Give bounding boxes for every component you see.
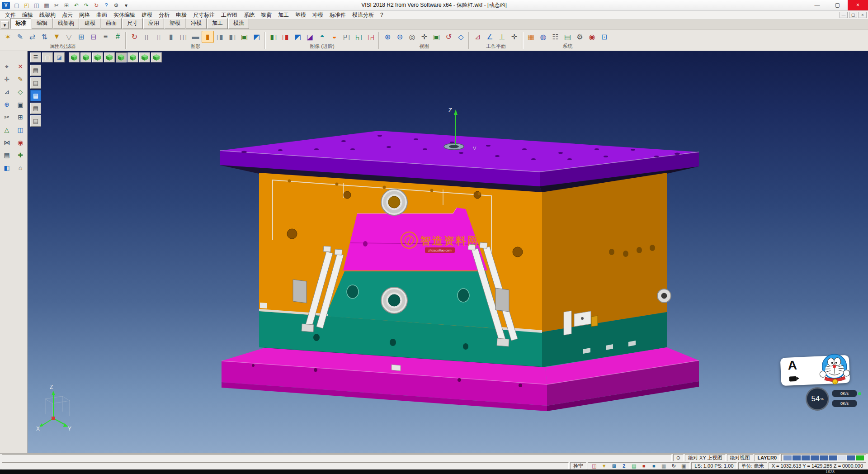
screen-recorder-widget[interactable]: A [780, 355, 850, 386]
home-icon[interactable]: ⌂ [15, 162, 26, 173]
layer-color-segment[interactable] [802, 455, 810, 460]
network-down-badge[interactable]: 0K/s [832, 400, 857, 407]
menu-item[interactable]: 标准件 [326, 11, 349, 19]
percent-badge[interactable]: 54% [806, 387, 829, 411]
mdi-close-button[interactable]: × [859, 12, 867, 18]
dynamic-view-button[interactable] [151, 52, 162, 62]
snap-status-icon[interactable]: ▼ [599, 463, 609, 469]
edit-properties-icon[interactable]: ✎ [14, 31, 26, 43]
table-icon[interactable]: ☷ [549, 31, 561, 43]
move-icon[interactable]: ✛ [1, 74, 12, 85]
zoom-extents-icon[interactable]: ▣ [430, 31, 443, 43]
toolbar-tab[interactable]: 塑模 [165, 18, 185, 29]
bottom-view-button[interactable] [139, 52, 150, 62]
wireframe-icon[interactable]: ▯ [141, 31, 153, 43]
minimize-button[interactable]: — [807, 0, 827, 10]
front-view-button[interactable] [92, 52, 103, 62]
match-attributes-icon[interactable]: ⇅ [38, 31, 51, 43]
clip-plane-5-button[interactable]: ▤ [30, 115, 41, 127]
toolbar-tab[interactable]: 曲面 [101, 18, 122, 29]
viewport-3d[interactable]: Z V [28, 51, 868, 453]
chart-status-icon[interactable]: ▤ [629, 463, 638, 469]
right-view-button[interactable] [104, 52, 115, 62]
left-view-button[interactable] [116, 52, 127, 62]
menu-item[interactable]: ? [377, 11, 387, 19]
settings-gear-icon[interactable]: ⚙ [574, 31, 586, 43]
grid-status-icon[interactable]: ▦ [659, 463, 668, 469]
scale-field[interactable]: LS: 1.00 PS: 1.00 [691, 462, 736, 469]
quickbar-dropdown-icon[interactable]: ▾ [121, 1, 131, 9]
layer-color-segment[interactable] [783, 455, 792, 460]
selection-filter-icon[interactable]: ⊟ [87, 31, 99, 43]
workplane-xy-icon[interactable]: ⊿ [472, 31, 484, 43]
layers-panel-icon[interactable]: ▤ [561, 31, 574, 43]
transparency-icon[interactable]: ◨ [214, 31, 226, 43]
environment-map-icon[interactable]: ◩ [292, 31, 304, 43]
menu-item[interactable]: 视窗 [258, 11, 275, 19]
layers-icon[interactable]: ▤ [1, 150, 12, 161]
material-icon[interactable]: ◱ [353, 31, 365, 43]
measure-icon[interactable]: ⊿ [1, 86, 12, 97]
zoom-in-icon[interactable]: ⊕ [382, 31, 394, 43]
calculator-icon[interactable]: ⊡ [598, 31, 610, 43]
zoom-out-icon[interactable]: ⊖ [394, 31, 406, 43]
lighting-icon[interactable]: ◓ [316, 31, 328, 43]
layer-color-segment[interactable] [811, 455, 819, 460]
triangle-icon[interactable]: △ [1, 124, 12, 135]
redraw-icon[interactable]: ↻ [128, 31, 141, 43]
cut-icon[interactable]: ✂ [52, 1, 61, 9]
rotate-view-icon[interactable]: ↺ [443, 31, 455, 43]
network-up-badge[interactable]: 0K/s [832, 390, 857, 397]
hidden-line-icon[interactable]: ▯ [153, 31, 165, 43]
filter-icon[interactable]: ▼ [51, 31, 63, 43]
layer-color-segment[interactable] [793, 455, 801, 460]
mirror-icon[interactable]: ⋈ [1, 137, 12, 148]
delete-icon[interactable]: ✕ [15, 61, 26, 72]
menu-item[interactable]: 模流分析 [349, 11, 377, 19]
shaded-render-button[interactable]: ◪ [54, 52, 65, 62]
pan-icon[interactable]: ✛ [418, 31, 430, 43]
view-menu-button[interactable]: ☰ [30, 52, 41, 62]
table-status-icon[interactable]: ▣ [679, 463, 688, 469]
copy-attributes-icon[interactable]: ⇄ [26, 31, 38, 43]
toolbar-tab[interactable]: 尺寸 [122, 18, 143, 29]
target-icon[interactable]: ◉ [15, 137, 26, 148]
filter-off-icon[interactable]: ▽ [63, 31, 75, 43]
top-view-button[interactable] [80, 52, 91, 62]
layer-color-segment[interactable] [829, 455, 837, 460]
copy-icon[interactable]: ⊞ [61, 1, 71, 9]
layer-color-segment[interactable] [838, 455, 846, 460]
clip-plane-3-button[interactable]: ▤ [30, 90, 41, 101]
lock-field[interactable]: 拴宁 [570, 462, 586, 469]
back-view-button[interactable] [127, 52, 138, 62]
reflection-lines-icon[interactable]: ◨ [279, 31, 292, 43]
clip-plane-1-button[interactable]: ▤ [30, 65, 41, 76]
zebra-analysis-icon[interactable]: ◧ [267, 31, 279, 43]
menu-item[interactable]: 加工 [275, 11, 292, 19]
save-icon[interactable]: ◫ [32, 1, 42, 9]
print-icon[interactable]: ▦ [42, 1, 52, 9]
profile-2-icon[interactable]: 2 [619, 463, 628, 469]
menu-item[interactable]: 冲模 [309, 11, 326, 19]
toolbar-tab[interactable]: 模流 [228, 18, 249, 29]
dynamic-shading-icon[interactable]: ▮ [202, 31, 214, 43]
save-status-icon[interactable]: ◫ [590, 463, 599, 469]
layer-color-segment[interactable] [820, 455, 828, 460]
close-button[interactable]: × [848, 0, 868, 10]
layer-manager-icon[interactable]: ⊞ [75, 31, 87, 43]
shaded-edges-icon[interactable]: ◫ [177, 31, 189, 43]
plane-icon[interactable]: ▣ [15, 99, 26, 110]
iso-view-button[interactable] [69, 52, 80, 62]
toolbar-tab[interactable]: 冲模 [186, 18, 207, 29]
toolbar-tab[interactable]: 加工 [207, 18, 228, 29]
app-icon[interactable]: V [2, 2, 10, 9]
section-view-icon[interactable]: ◧ [226, 31, 238, 43]
snapshot-icon[interactable]: ◲ [365, 31, 377, 43]
toolbar-tab[interactable]: 标准 [10, 18, 31, 29]
refresh-status-icon[interactable]: ↻ [669, 463, 678, 469]
mail-status-icon[interactable]: ⊠ [609, 463, 618, 469]
background-icon[interactable]: ◰ [340, 31, 353, 43]
select-icon[interactable]: ⌖ [1, 61, 12, 72]
sketch-icon[interactable]: ✎ [15, 74, 26, 85]
undo-icon[interactable]: ↶ [71, 1, 81, 9]
